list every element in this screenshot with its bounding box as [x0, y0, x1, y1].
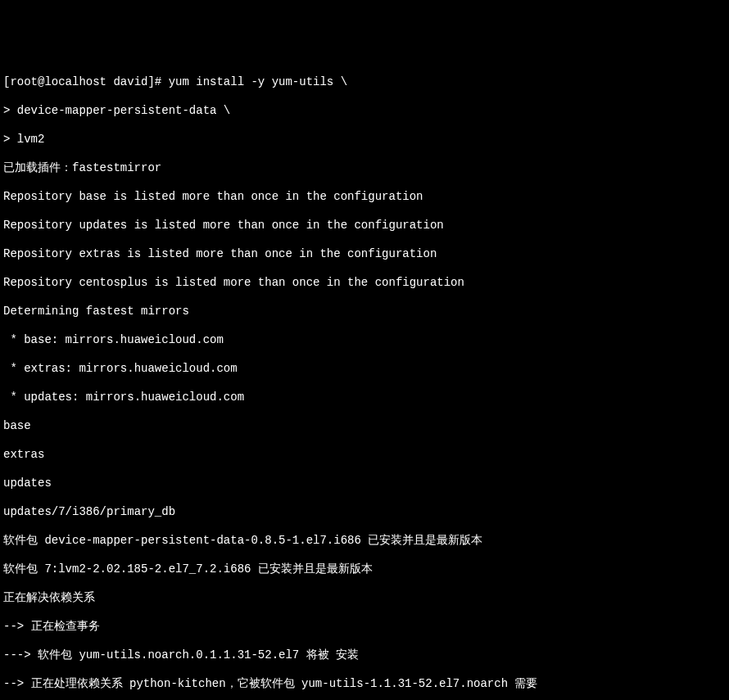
- repo-line: updates: [3, 476, 726, 491]
- repo-line: updates/7/i386/primary_db: [3, 505, 726, 520]
- resolving-header: 正在解决依赖关系: [3, 591, 726, 606]
- mirror-line: * extras: mirrors.huaweicloud.com: [3, 362, 726, 377]
- loaded-plugins: 已加载插件：fastestmirror: [3, 161, 726, 176]
- terminal-output[interactable]: [root@localhost david]# yum install -y y…: [3, 61, 726, 700]
- mirror-line: * base: mirrors.huaweicloud.com: [3, 333, 726, 348]
- resolution-step: ---> 软件包 yum-utils.noarch.0.1.1.31-52.el…: [3, 648, 726, 663]
- determining-mirrors: Determining fastest mirrors: [3, 305, 726, 319]
- repo-warning: Repository updates is listed more than o…: [3, 219, 726, 233]
- prompt-line-1: [root@localhost david]# yum install -y y…: [3, 75, 726, 90]
- repo-warning: Repository centosplus is listed more tha…: [3, 276, 726, 291]
- already-installed: 软件包 7:lvm2-2.02.185-2.el7_7.2.i686 已安装并且…: [3, 562, 726, 577]
- resolution-step: --> 正在检查事务: [3, 620, 726, 635]
- already-installed: 软件包 device-mapper-persistent-data-0.8.5-…: [3, 534, 726, 549]
- prompt-line-3: > lvm2: [3, 133, 726, 147]
- repo-line: extras: [3, 448, 726, 463]
- repo-line: base: [3, 419, 726, 434]
- mirror-line: * updates: mirrors.huaweicloud.com: [3, 391, 726, 405]
- repo-warning: Repository base is listed more than once…: [3, 190, 726, 205]
- resolution-step: --> 正在处理依赖关系 python-kitchen，它被软件包 yum-ut…: [3, 677, 726, 692]
- repo-warning: Repository extras is listed more than on…: [3, 247, 726, 262]
- prompt-line-2: > device-mapper-persistent-data \: [3, 104, 726, 119]
